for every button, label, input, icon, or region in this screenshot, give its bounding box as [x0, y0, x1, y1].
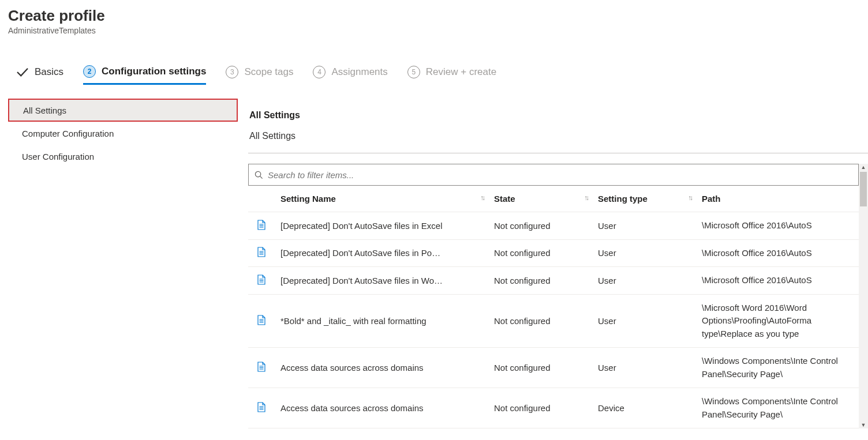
setting-name-cell: *Bold* and _italic_ with real formatting — [276, 294, 489, 348]
setting-state-cell: Not configured — [489, 239, 593, 267]
document-icon — [257, 274, 266, 285]
wizard-step-configuration-settings[interactable]: 2Configuration settings — [83, 59, 206, 85]
table-row[interactable]: *Bold* and _italic_ with real formatting… — [248, 294, 859, 348]
setting-path-cell: \Microsoft Office 2016\AutoS — [697, 267, 859, 295]
scroll-up-icon[interactable]: ▲ — [860, 164, 867, 171]
document-icon — [257, 402, 266, 412]
divider — [248, 153, 868, 153]
wizard-step-scope-tags[interactable]: 3Scope tags — [226, 59, 293, 85]
setting-state-cell: Not configured — [489, 348, 593, 388]
setting-path-cell: \Microsoft Word 2016\Word Options\Proofi… — [697, 294, 859, 348]
wizard-step-basics[interactable]: Basics — [16, 59, 63, 85]
page-subtitle: AdministrativeTemplates — [8, 26, 868, 35]
table-row[interactable]: [Deprecated] Don't AutoSave files in Wo…… — [248, 267, 859, 295]
checkmark-icon — [16, 67, 29, 77]
setting-path-cell: \Windows Components\Inte Control Panel\S… — [697, 388, 859, 428]
table-row[interactable]: [Deprecated] Don't AutoSave files in Exc… — [248, 212, 859, 240]
table-row[interactable]: Access data sources across domainsNot co… — [248, 388, 859, 428]
setting-state-cell: Not configured — [489, 388, 593, 428]
wizard-step-label: Assignments — [331, 66, 387, 78]
wizard-step-label: Configuration settings — [102, 66, 206, 77]
setting-state-cell: Not configured — [489, 267, 593, 295]
search-input[interactable] — [268, 170, 852, 180]
table-row[interactable]: Access data sources across domainsNot co… — [248, 348, 859, 388]
sidebar-item-user-configuration[interactable]: User Configuration — [8, 145, 238, 168]
wizard-step-review-create[interactable]: 5Review + create — [407, 59, 496, 85]
sidebar-item-computer-configuration[interactable]: Computer Configuration — [8, 122, 238, 145]
column-header-path[interactable]: Path — [697, 186, 859, 212]
document-icon — [257, 247, 266, 257]
setting-path-cell: \Microsoft Office 2016\AutoS — [697, 212, 859, 240]
step-number-badge: 5 — [407, 66, 420, 78]
setting-type-cell: User — [593, 239, 697, 267]
step-number-badge: 3 — [226, 66, 238, 78]
step-number-badge: 4 — [313, 66, 326, 78]
setting-type-cell: Device — [593, 388, 697, 428]
document-icon — [257, 220, 266, 230]
setting-type-cell: User — [593, 294, 697, 348]
sort-icon: ↑↓ — [688, 194, 691, 202]
step-number-badge: 2 — [83, 65, 96, 78]
wizard-step-label: Basics — [35, 66, 63, 78]
settings-table: Setting Name↑↓ State↑↓ Setting type↑↓ Pa… — [248, 186, 859, 428]
page-title: Create profile — [8, 7, 868, 25]
setting-type-cell: User — [593, 212, 697, 240]
setting-name-cell: [Deprecated] Don't AutoSave files in Wo… — [276, 267, 489, 295]
table-row[interactable]: [Deprecated] Don't AutoSave files in Po…… — [248, 239, 859, 267]
setting-path-cell: \Windows Components\Inte Control Panel\S… — [697, 348, 859, 388]
svg-line-1 — [260, 176, 263, 178]
scroll-down-icon[interactable]: ▼ — [860, 422, 867, 428]
wizard-steps: Basics2Configuration settings3Scope tags… — [8, 59, 868, 85]
vertical-scrollbar[interactable]: ▲ ▼ — [859, 164, 868, 428]
document-icon — [257, 315, 266, 325]
wizard-step-assignments[interactable]: 4Assignments — [313, 59, 387, 85]
scrollbar-thumb[interactable] — [860, 172, 867, 206]
sort-icon: ↑↓ — [584, 194, 588, 202]
category-sidebar: All SettingsComputer ConfigurationUser C… — [8, 99, 238, 428]
setting-name-cell: [Deprecated] Don't AutoSave files in Exc… — [276, 212, 489, 240]
column-header-state[interactable]: State↑↓ — [489, 186, 593, 212]
setting-path-cell: \Microsoft Office 2016\AutoS — [697, 239, 859, 267]
setting-state-cell: Not configured — [489, 212, 593, 240]
column-header-name[interactable]: Setting Name↑↓ — [276, 186, 489, 212]
setting-state-cell: Not configured — [489, 294, 593, 348]
wizard-step-label: Review + create — [426, 66, 496, 78]
document-icon — [257, 362, 266, 372]
setting-name-cell: Access data sources across domains — [276, 388, 489, 428]
column-header-type[interactable]: Setting type↑↓ — [593, 186, 697, 212]
section-title: All Settings — [248, 110, 868, 121]
setting-name-cell: [Deprecated] Don't AutoSave files in Po… — [276, 239, 489, 267]
svg-point-0 — [255, 171, 260, 176]
wizard-step-label: Scope tags — [244, 66, 293, 78]
search-icon — [255, 171, 263, 179]
sort-icon: ↑↓ — [480, 194, 484, 202]
setting-type-cell: User — [593, 348, 697, 388]
setting-name-cell: Access data sources across domains — [276, 348, 489, 388]
breadcrumb: All Settings — [248, 131, 868, 141]
search-box[interactable] — [248, 164, 859, 186]
setting-type-cell: User — [593, 267, 697, 295]
sidebar-item-all-settings[interactable]: All Settings — [8, 99, 238, 122]
